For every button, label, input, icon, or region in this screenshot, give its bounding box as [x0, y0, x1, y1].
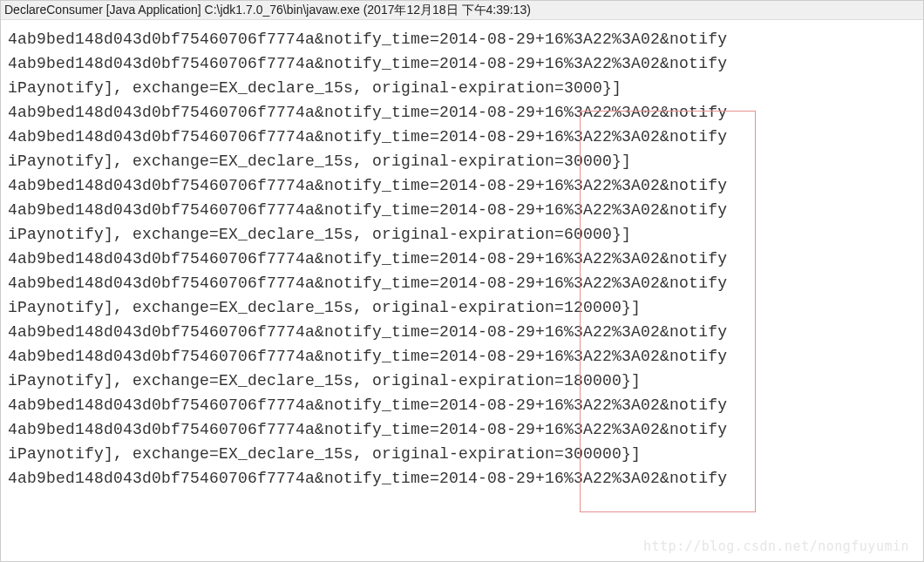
console-line: 4ab9bed148d043d0bf75460706f7774a&notify_… [8, 417, 923, 442]
console-line: iPaynotify], exchange=EX_declare_15s, or… [8, 295, 923, 320]
console-line: 4ab9bed148d043d0bf75460706f7774a&notify_… [8, 393, 923, 417]
console-line: 4ab9bed148d043d0bf75460706f7774a&notify_… [8, 466, 923, 491]
console-line: 4ab9bed148d043d0bf75460706f7774a&notify_… [8, 320, 923, 344]
console-line: 4ab9bed148d043d0bf75460706f7774a&notify_… [8, 27, 923, 51]
console-line: 4ab9bed148d043d0bf75460706f7774a&notify_… [8, 173, 923, 198]
console-title: DeclareConsumer [Java Application] C:\jd… [4, 3, 531, 18]
console-line: iPaynotify], exchange=EX_declare_15s, or… [8, 76, 923, 100]
console-body[interactable]: 4ab9bed148d043d0bf75460706f7774a&notify_… [1, 20, 923, 561]
console-line: iPaynotify], exchange=EX_declare_15s, or… [8, 369, 923, 393]
watermark: http://blog.csdn.net/nongfuyumin [643, 538, 909, 554]
console-line: iPaynotify], exchange=EX_declare_15s, or… [8, 222, 923, 247]
console-line: 4ab9bed148d043d0bf75460706f7774a&notify_… [8, 100, 923, 125]
console-line: 4ab9bed148d043d0bf75460706f7774a&notify_… [8, 198, 923, 222]
console-line: 4ab9bed148d043d0bf75460706f7774a&notify_… [8, 344, 923, 369]
console-line: iPaynotify], exchange=EX_declare_15s, or… [8, 149, 923, 173]
console-line: iPaynotify], exchange=EX_declare_15s, or… [8, 442, 923, 466]
console-line: 4ab9bed148d043d0bf75460706f7774a&notify_… [8, 51, 923, 76]
console-line: 4ab9bed148d043d0bf75460706f7774a&notify_… [8, 125, 923, 149]
console-header: DeclareConsumer [Java Application] C:\jd… [1, 1, 923, 20]
console-line: 4ab9bed148d043d0bf75460706f7774a&notify_… [8, 247, 923, 271]
console-line: 4ab9bed148d043d0bf75460706f7774a&notify_… [8, 271, 923, 295]
